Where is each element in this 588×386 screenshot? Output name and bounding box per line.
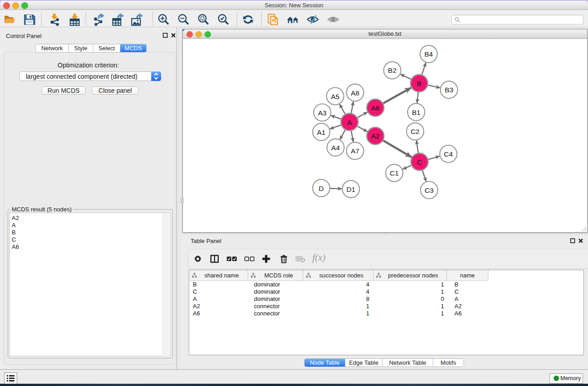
svg-text:B4: B4 (425, 50, 433, 58)
svg-text:A1: A1 (317, 129, 325, 136)
svg-text:A7: A7 (351, 147, 359, 155)
svg-text:A5: A5 (331, 93, 339, 100)
svg-text:C: C (417, 158, 422, 166)
svg-text:A2: A2 (371, 132, 380, 140)
svg-text:B1: B1 (412, 109, 421, 116)
svg-text:B3: B3 (445, 86, 453, 94)
svg-text:A8: A8 (351, 89, 359, 97)
svg-text:A4: A4 (331, 144, 340, 152)
svg-text:C3: C3 (425, 186, 434, 194)
svg-text:D: D (319, 185, 324, 192)
svg-text:D1: D1 (346, 186, 355, 193)
svg-text:A6: A6 (371, 104, 380, 112)
svg-text:B: B (417, 80, 421, 87)
svg-text:C2: C2 (411, 128, 420, 135)
svg-text:A: A (347, 119, 352, 126)
svg-text:C1: C1 (390, 169, 399, 177)
svg-text:C4: C4 (444, 150, 453, 158)
svg-text:A3: A3 (318, 109, 326, 117)
svg-text:B2: B2 (388, 67, 397, 74)
